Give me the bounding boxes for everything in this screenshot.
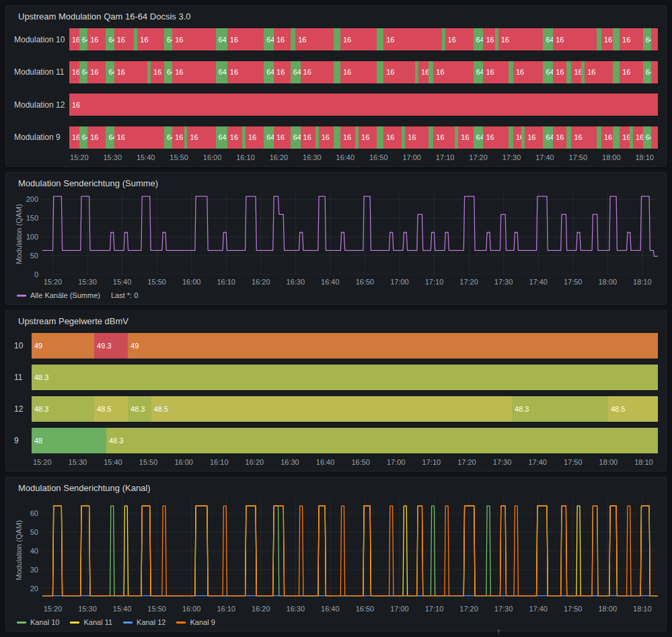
- timeline-segment[interactable]: 16: [483, 28, 494, 50]
- timeline-segment[interactable]: 16: [553, 28, 596, 50]
- timeline-segment[interactable]: [428, 126, 433, 149]
- timeline-segment[interactable]: 16: [571, 126, 596, 149]
- timeline-segment[interactable]: 16: [458, 126, 473, 149]
- timeline-segment[interactable]: 16: [383, 28, 442, 50]
- kanal-line-chart[interactable]: [42, 498, 658, 601]
- timeline-segment[interactable]: 16: [137, 28, 164, 50]
- timeline-segment[interactable]: 16: [227, 28, 264, 50]
- timeline-segment[interactable]: 16: [301, 126, 315, 149]
- timeline-segment[interactable]: [597, 126, 601, 149]
- panel-title[interactable]: Modulation Senderichtung (Kanal): [14, 482, 658, 496]
- timeline-segment[interactable]: 48.3: [128, 396, 151, 422]
- timeline-segment[interactable]: 49: [32, 333, 94, 359]
- timeline-segment[interactable]: [613, 28, 620, 50]
- timeline-segment[interactable]: 64: [106, 28, 114, 50]
- timeline-segment[interactable]: [597, 28, 601, 50]
- timeline-segment[interactable]: 16: [553, 61, 566, 83]
- timeline-segment[interactable]: 48.5: [608, 396, 658, 422]
- timeline-segment[interactable]: 48.3: [32, 365, 658, 390]
- timeline-segment[interactable]: 64: [79, 61, 87, 83]
- timeline-segment[interactable]: 64: [264, 61, 274, 83]
- timeline-segment[interactable]: 16: [69, 126, 79, 149]
- timeline-segment[interactable]: 16: [319, 126, 334, 149]
- timeline-segment[interactable]: 64: [643, 126, 651, 149]
- timeline-segment[interactable]: 16: [227, 126, 242, 149]
- timeline-segment[interactable]: [651, 61, 658, 83]
- timeline-segment[interactable]: 16: [525, 126, 543, 149]
- timeline-segment[interactable]: [566, 61, 571, 83]
- panel-title[interactable]: Upstream Pegelwerte dBmV: [14, 315, 658, 329]
- timeline-segment[interactable]: [334, 28, 340, 50]
- timeline-segment[interactable]: [613, 126, 620, 149]
- timeline-segment[interactable]: 16: [87, 61, 106, 83]
- timeline-segment[interactable]: 16: [340, 61, 377, 83]
- timeline-segment[interactable]: 16: [274, 126, 291, 149]
- timeline-segment[interactable]: 64: [216, 61, 227, 83]
- timeline-segment[interactable]: 16: [274, 61, 291, 83]
- timeline-segment[interactable]: 48.5: [94, 396, 128, 422]
- timeline-segment[interactable]: 16: [601, 28, 613, 50]
- timeline-segment[interactable]: 49.3: [94, 333, 128, 359]
- timeline-segment[interactable]: 64: [164, 61, 172, 83]
- timeline-segment[interactable]: 16: [301, 61, 334, 83]
- timeline-segment[interactable]: 16: [295, 28, 334, 50]
- timeline-segment[interactable]: 16: [571, 61, 581, 83]
- timeline-segment[interactable]: [428, 61, 433, 83]
- scroll-up-icon[interactable]: ↑: [496, 627, 500, 636]
- timeline-segment[interactable]: 64: [106, 126, 114, 149]
- timeline-segment[interactable]: [334, 61, 340, 83]
- timeline-segment[interactable]: 16: [340, 126, 355, 149]
- timeline-segment[interactable]: 64: [543, 61, 553, 83]
- legend-item[interactable]: Kanal 12: [123, 618, 165, 626]
- timeline-segment[interactable]: 16: [513, 61, 543, 83]
- timeline-segment[interactable]: 48.3: [106, 428, 658, 453]
- timeline-segment[interactable]: 16: [483, 126, 508, 149]
- timeline-segment[interactable]: [509, 61, 513, 83]
- timeline-segment[interactable]: 48.3: [512, 396, 608, 422]
- timeline-segment[interactable]: 16: [172, 126, 184, 149]
- timeline-segment[interactable]: 16: [114, 61, 147, 83]
- timeline-segment[interactable]: [291, 28, 295, 50]
- timeline-segment[interactable]: [566, 126, 571, 149]
- timeline-segment[interactable]: 16: [87, 28, 106, 50]
- timeline-segment[interactable]: [651, 28, 658, 50]
- timeline-segment[interactable]: [334, 126, 340, 149]
- timeline-segment[interactable]: 16: [274, 28, 291, 50]
- timeline-segment[interactable]: 16: [585, 61, 613, 83]
- timeline-segment[interactable]: 64: [291, 61, 301, 83]
- legend-item[interactable]: Alle Kanäle (Summe): [17, 291, 100, 299]
- timeline-segment[interactable]: 16: [246, 126, 264, 149]
- timeline-segment[interactable]: 64: [543, 28, 553, 50]
- timeline-segment[interactable]: 16: [227, 61, 264, 83]
- timeline-segment[interactable]: [613, 61, 620, 83]
- timeline-segment[interactable]: 16: [418, 61, 428, 83]
- timeline-segment[interactable]: 16: [383, 126, 402, 149]
- timeline-segment[interactable]: 16: [620, 61, 643, 83]
- timeline-segment[interactable]: 16: [513, 126, 521, 149]
- timeline-segment[interactable]: 48.5: [151, 396, 512, 422]
- timeline-segment[interactable]: 16: [114, 28, 135, 50]
- timeline-segment[interactable]: 16: [172, 28, 215, 50]
- timeline-segment[interactable]: 64: [79, 126, 87, 149]
- timeline-segment[interactable]: 16: [483, 61, 508, 83]
- timeline-segment[interactable]: [377, 126, 383, 149]
- timeline-segment[interactable]: 64: [106, 61, 114, 83]
- legend-item[interactable]: Kanal 9: [176, 618, 215, 626]
- timeline-segment[interactable]: 64: [643, 28, 651, 50]
- timeline-segment[interactable]: 16: [172, 61, 215, 83]
- timeline-segment[interactable]: 16: [498, 28, 544, 50]
- timeline-segment[interactable]: 16: [620, 28, 643, 50]
- timeline-segment[interactable]: 64: [474, 28, 484, 50]
- timeline-segment[interactable]: 16: [69, 61, 79, 83]
- panel-title[interactable]: Modulation Senderichtung (Summe): [14, 177, 658, 191]
- timeline-segment[interactable]: 16: [69, 93, 658, 116]
- timeline-segment[interactable]: 16: [114, 126, 164, 149]
- timeline-segment[interactable]: [377, 61, 383, 83]
- timeline-segment[interactable]: 16: [187, 126, 215, 149]
- timeline-segment[interactable]: 64: [264, 28, 274, 50]
- timeline-segment[interactable]: 16: [445, 28, 474, 50]
- timeline-segment[interactable]: [377, 28, 383, 50]
- timeline-segment[interactable]: 16: [340, 28, 377, 50]
- timeline-segment[interactable]: 64: [216, 28, 227, 50]
- timeline-segment[interactable]: 16: [601, 126, 613, 149]
